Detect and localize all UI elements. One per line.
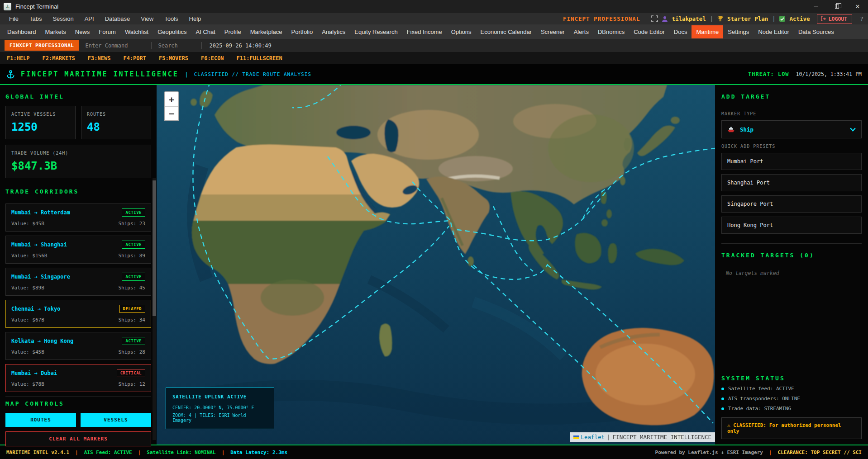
scrollbar-thumb[interactable] (153, 180, 156, 316)
corridor-status-badge: ACTIVE (122, 337, 145, 345)
menu-item[interactable]: Tools (159, 15, 183, 22)
command-input[interactable] (79, 43, 151, 49)
preset-button[interactable]: Shanghai Port (721, 174, 862, 191)
function-key[interactable]: F3:NEWS (88, 55, 111, 62)
function-key[interactable]: F4:PORT (123, 55, 146, 62)
nav-tab[interactable]: Dashboard (3, 25, 41, 38)
trade-corridors-title: TRADE CORRIDORS (5, 188, 151, 195)
nav-tab[interactable]: Portfolio (287, 25, 318, 38)
system-status-section: SYSTEM STATUS Satellite feed: ACTIVE AIS… (721, 372, 862, 439)
function-key[interactable]: F2:MARKETS (43, 55, 75, 62)
stat-label: ACTIVE VESSELS (11, 112, 70, 117)
marker-type-value: Ship (740, 126, 754, 133)
nav-tab[interactable]: Data Sources (794, 25, 839, 38)
nav-tab[interactable]: AI Chat (191, 25, 219, 38)
trade-corridor-card[interactable]: Mumbai → Dubai CRITICAL Value: $78B Ship… (5, 364, 151, 392)
trade-corridor-card[interactable]: Mumbai → Rotterdam ACTIVE Value: $45B Sh… (5, 203, 151, 232)
active-vessels-card: ACTIVE VESSELS 1250 (5, 106, 76, 139)
status-bar-left: MARITIME INTEL v2.4.1AIS Feed: ACTIVESat… (6, 450, 287, 455)
menu-item[interactable]: API (79, 15, 100, 22)
preset-button[interactable]: Singapore Port (721, 195, 862, 213)
function-key[interactable]: F6:ECON (201, 55, 224, 62)
plan-label[interactable]: Starter Plan (727, 15, 768, 22)
logout-button[interactable]: LOGOUT (817, 14, 853, 24)
nav-tab[interactable]: Options (447, 25, 476, 38)
nav-tab[interactable]: Analytics (317, 25, 350, 38)
function-key[interactable]: F5:MOVERS (159, 55, 188, 62)
sidebar-scrollbar[interactable] (153, 178, 156, 440)
map-attribution: Leaflet | FINCEPT MARITIME INTELLIGENCE (570, 432, 715, 442)
trade-corridor-list: Mumbai → Rotterdam ACTIVE Value: $45B Sh… (5, 203, 151, 396)
nav-tab[interactable]: Economic Calendar (476, 25, 536, 38)
maximize-button[interactable] (826, 0, 847, 13)
leaflet-link[interactable]: Leaflet (581, 434, 605, 440)
trade-volume-value: $847.3B (11, 160, 145, 172)
trade-corridor-card[interactable]: Mumbai → Shanghai ACTIVE Value: $156B Sh… (5, 236, 151, 264)
corridor-value: Value: $67B (11, 317, 44, 323)
corridor-name: Mumbai → Singapore (11, 274, 70, 280)
nav-tab[interactable]: Maritime (692, 25, 723, 38)
stat-label: ROUTES (87, 112, 145, 117)
menu-item[interactable]: Session (47, 15, 79, 22)
nav-tab[interactable]: DBnomics (593, 25, 629, 38)
corridor-ships: Ships: 45 (118, 285, 145, 291)
menu-item[interactable]: Tabs (24, 15, 47, 22)
corridor-name: Kolkata → Hong Kong (11, 338, 73, 344)
menu-item[interactable]: Database (100, 15, 136, 22)
nav-tab[interactable]: Alerts (569, 25, 593, 38)
nav-tab[interactable]: Code Editor (629, 25, 669, 38)
classification-label: CLASSIFIED // TRADE ROUTE ANALYSIS (194, 71, 311, 77)
nav-tab[interactable]: Fixed Income (402, 25, 447, 38)
fullscreen-icon[interactable] (651, 15, 658, 22)
menu-item[interactable]: Help (184, 15, 207, 22)
nav-tab[interactable]: Geopolitics (153, 25, 191, 38)
status-dot-icon (721, 407, 724, 410)
nav-tab[interactable]: News (71, 25, 95, 38)
username-label[interactable]: tilakpatel (672, 15, 706, 22)
nav-tab[interactable]: Equity Research (350, 25, 402, 38)
separator: | (772, 16, 775, 22)
logout-icon (820, 16, 826, 22)
zoom-in-button[interactable]: + (165, 92, 178, 106)
close-button[interactable]: ✕ (847, 0, 868, 13)
nav-tab[interactable]: Node Editor (754, 25, 794, 38)
vessels-toggle-button[interactable]: VESSELS (81, 413, 151, 427)
nav-tab[interactable]: Profile (220, 25, 246, 38)
trade-corridor-card[interactable]: Mumbai → Singapore ACTIVE Value: $89B Sh… (5, 268, 151, 296)
routes-card: ROUTES 48 (81, 106, 151, 139)
tracked-empty-note: No targets marked (721, 270, 862, 276)
nav-tab[interactable]: Watchlist (120, 25, 153, 38)
corridor-status-badge: DELAYED (119, 305, 145, 313)
restore-icon (835, 5, 839, 9)
nav-tab[interactable]: Forum (94, 25, 120, 38)
preset-button[interactable]: Mumbai Port (721, 153, 862, 170)
routes-toggle-button[interactable]: ROUTES (5, 413, 76, 427)
function-key[interactable]: F11:FULLSCREEN (237, 55, 282, 62)
marker-type-select[interactable]: Ship (721, 120, 862, 138)
nav-tab[interactable]: Markets (41, 25, 71, 38)
clear-markers-button[interactable]: CLEAR ALL MARKERS (5, 431, 151, 446)
trade-corridor-card[interactable]: Chennai → Tokyo DELAYED Value: $67B Ship… (5, 300, 151, 328)
corridor-value: Value: $89B (11, 285, 44, 291)
status-text: Satellite feed: ACTIVE (728, 386, 794, 392)
nav-tab[interactable]: Docs (669, 25, 692, 38)
corridor-ships: Ships: 28 (118, 349, 145, 355)
nav-tab[interactable]: Marketplace (246, 25, 287, 38)
trophy-icon (717, 16, 723, 22)
nav-tab[interactable]: Settings (723, 25, 754, 38)
menu-item[interactable]: File (4, 15, 24, 22)
search-input[interactable] (152, 43, 201, 49)
corridor-status-badge: CRITICAL (117, 369, 145, 377)
trade-corridor-card[interactable]: Kolkata → Hong Kong ACTIVE Value: $45B S… (5, 332, 151, 360)
chevron-down-icon (850, 128, 856, 132)
zoom-out-button[interactable]: − (165, 106, 178, 120)
separator: | (710, 16, 713, 22)
account-status-label: Active (789, 15, 810, 22)
preset-button[interactable]: Hong Kong Port (721, 217, 862, 234)
minimize-button[interactable]: ─ (806, 0, 826, 13)
help-button[interactable]: ? (856, 15, 864, 22)
function-key[interactable]: F1:HELP (7, 55, 30, 62)
global-intel-title: GLOBAL INTEL (5, 93, 151, 100)
nav-tab[interactable]: Screener (536, 25, 569, 38)
menu-item[interactable]: View (135, 15, 159, 22)
